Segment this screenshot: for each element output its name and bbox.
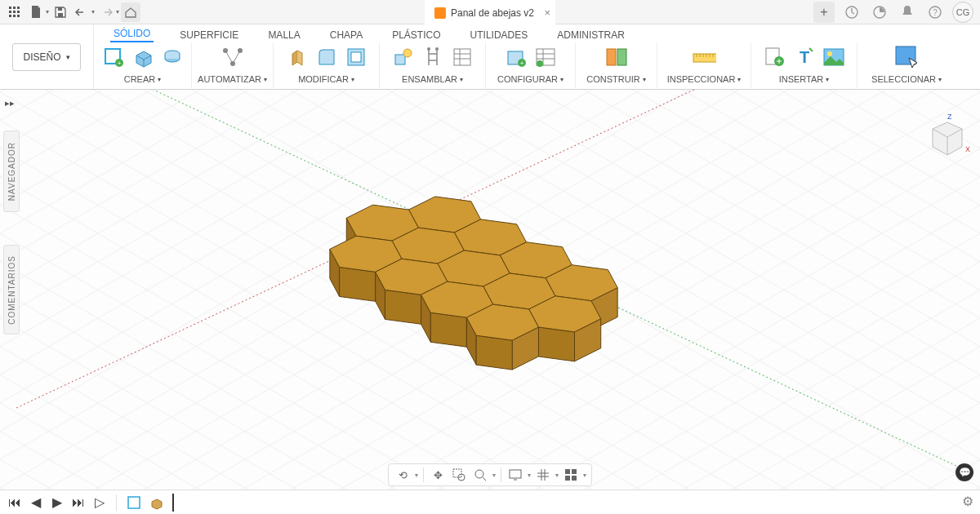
assistant-badge[interactable]: 💬 [956, 463, 973, 481]
svg-marker-96 [476, 335, 512, 370]
fillet-icon[interactable] [314, 45, 339, 69]
svg-text:?: ? [933, 8, 938, 17]
construct-icon[interactable] [604, 45, 629, 69]
svg-rect-1 [13, 7, 16, 9]
tab-superficie[interactable]: SUPERFICIE [176, 29, 242, 42]
group-automatizar: AUTOMATIZAR▾ [192, 42, 274, 90]
tab-malla[interactable]: MALLA [265, 29, 303, 42]
assemble-icon[interactable] [391, 45, 416, 69]
timeline-play-icon[interactable]: ▷ [91, 494, 108, 511]
zoom-window-icon[interactable] [450, 466, 468, 484]
help-icon[interactable]: ? [924, 2, 946, 23]
timeline-end-icon[interactable]: ⏭ [70, 494, 87, 511]
svg-point-41 [827, 51, 832, 56]
file-dropdown-caret[interactable]: ▾ [46, 8, 49, 16]
ribbon-groups: + CREAR▾ AUTOMATIZAR▾ MODIFICAR▾ ENSAMBL… [94, 42, 980, 90]
grid-apps-icon[interactable] [5, 2, 24, 22]
group-seleccionar-label[interactable]: SELECCIONAR▾ [871, 72, 942, 86]
svg-point-27 [435, 47, 439, 51]
svg-rect-104 [565, 469, 570, 474]
params-icon[interactable] [533, 45, 558, 69]
pan-icon[interactable]: ✥ [429, 466, 447, 484]
tab-chapa[interactable]: CHAPA [327, 29, 366, 42]
save-icon[interactable] [51, 2, 70, 22]
comments-panel-collapsed[interactable]: COMENTARIOS [3, 245, 20, 335]
select-icon[interactable] [894, 45, 919, 69]
undo-icon[interactable] [72, 2, 91, 22]
svg-rect-3 [9, 11, 11, 13]
document-tab[interactable]: Panal de abejas v2 × [425, 0, 555, 24]
user-avatar[interactable]: CG [952, 2, 973, 23]
presspull-icon[interactable] [285, 45, 310, 69]
timeline-fwd-icon[interactable]: ▶ [49, 494, 65, 511]
titlebar-right: + ? CG [813, 2, 980, 23]
svg-rect-0 [9, 7, 11, 9]
browser-panel-collapsed[interactable]: NAVEGADOR [3, 131, 20, 212]
app-titlebar: ▾ ▾ ▾ Panal de abejas v2 × + ? CG [0, 0, 980, 24]
svg-marker-64 [340, 267, 376, 301]
job-status-icon[interactable] [869, 2, 890, 23]
group-insertar-label[interactable]: INSERTAR▾ [779, 72, 830, 86]
svg-point-33 [537, 60, 543, 67]
measure-icon[interactable] [692, 45, 716, 69]
svg-marker-76 [385, 290, 421, 324]
viewport-icon[interactable] [562, 466, 580, 484]
svg-rect-6 [9, 15, 11, 17]
timeline-settings-icon[interactable]: ⚙ [962, 494, 973, 509]
home-icon[interactable] [121, 2, 140, 22]
joint-icon[interactable] [421, 45, 445, 69]
group-modificar-label[interactable]: MODIFICAR▾ [298, 72, 354, 86]
shell-icon[interactable] [344, 45, 368, 69]
sketch-icon[interactable]: + [101, 45, 126, 69]
svg-rect-8 [17, 15, 20, 17]
expand-browser-icon[interactable]: ▸▸ [5, 98, 15, 109]
extrude-icon[interactable] [131, 45, 155, 69]
orbit-icon[interactable]: ⟲ [394, 466, 412, 484]
svg-rect-107 [572, 476, 577, 481]
grid-settings-icon[interactable] [534, 466, 552, 484]
svg-rect-34 [607, 49, 616, 65]
workspace-label: DISEÑO [23, 51, 60, 63]
svg-rect-5 [17, 11, 20, 13]
redo-icon[interactable] [96, 2, 116, 22]
redo-caret[interactable]: ▾ [116, 8, 119, 16]
new-tab-button[interactable]: + [813, 2, 835, 23]
tab-utilidades[interactable]: UTILIDADES [467, 29, 532, 42]
group-crear-label[interactable]: CREAR▾ [124, 72, 162, 86]
group-automatizar-label[interactable]: AUTOMATIZAR▾ [198, 72, 267, 86]
zoom-icon[interactable] [471, 466, 489, 484]
group-construir-label[interactable]: CONSTRUIR▾ [586, 72, 645, 86]
timeline-back-icon[interactable]: ◀ [28, 494, 44, 511]
insert-derive-icon[interactable] [763, 45, 787, 69]
tab-plastico[interactable]: PLÁSTICO [389, 29, 443, 42]
svg-rect-4 [13, 11, 16, 13]
bom-icon[interactable] [450, 45, 474, 69]
file-icon[interactable] [26, 2, 46, 22]
revolve-icon[interactable] [160, 45, 185, 69]
group-ensamblar-label[interactable]: ENSAMBLAR▾ [402, 72, 463, 86]
svg-rect-105 [572, 469, 577, 474]
group-inspeccionar-label[interactable]: INSPECCIONAR▾ [667, 72, 742, 86]
feature-sketch-icon[interactable] [125, 494, 143, 512]
timeline-marker[interactable] [172, 494, 174, 512]
close-tab-icon[interactable]: × [544, 7, 550, 19]
svg-rect-7 [13, 15, 16, 17]
svg-rect-28 [454, 49, 470, 65]
automate-icon[interactable] [220, 45, 245, 69]
extensions-icon[interactable] [841, 2, 862, 23]
workspace-switcher[interactable]: DISEÑO▾ [0, 24, 94, 89]
undo-caret[interactable]: ▾ [91, 8, 95, 16]
insert-image-icon[interactable] [822, 45, 846, 69]
3d-viewport[interactable]: X Z [0, 90, 980, 490]
svg-rect-9 [58, 13, 63, 17]
tab-administrar[interactable]: ADMINISTRAR [554, 29, 628, 42]
timeline-start-icon[interactable]: ⏮ [7, 494, 23, 511]
tab-solido[interactable]: SÓLIDO [110, 28, 154, 42]
svg-rect-102 [510, 470, 521, 478]
group-configurar-label[interactable]: CONFIGURAR▾ [497, 72, 564, 86]
feature-extrude-icon[interactable] [148, 494, 166, 512]
config-icon[interactable]: + [504, 45, 528, 69]
notifications-icon[interactable] [897, 2, 918, 23]
insert-text-icon[interactable]: T [792, 45, 817, 69]
display-icon[interactable] [506, 466, 524, 484]
